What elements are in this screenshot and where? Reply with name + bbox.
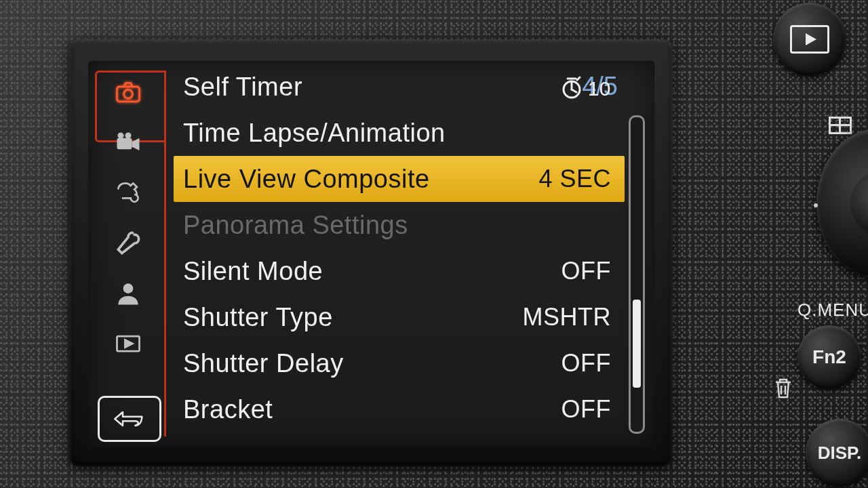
menu-item-label: Panorama Settings — [183, 211, 408, 240]
menu-tabs — [88, 61, 168, 447]
menu-item-label: Live View Composite — [183, 165, 430, 194]
tab-camera[interactable] — [104, 72, 153, 114]
tab-custom[interactable] — [104, 172, 153, 214]
tab-myset[interactable] — [104, 272, 153, 314]
play-icon — [790, 25, 829, 54]
camera-back: 4/5 Self Timer 10 Time Lapse/Animation L… — [0, 0, 868, 488]
svg-point-3 — [117, 132, 123, 138]
menu-item-live-view-composite[interactable]: Live View Composite 4 SEC — [174, 156, 625, 202]
menu-item-time-lapse[interactable]: Time Lapse/Animation — [174, 110, 625, 156]
menu-item-shutter-delay[interactable]: Shutter Delay OFF — [174, 340, 625, 386]
svg-point-4 — [125, 132, 131, 138]
menu-item-silent-mode[interactable]: Silent Mode OFF — [174, 248, 625, 294]
menu-item-bracket[interactable]: Bracket OFF — [174, 386, 625, 432]
scrollbar-thumb[interactable] — [633, 300, 641, 388]
playback-button[interactable] — [773, 3, 846, 76]
menu-item-panorama-settings: Panorama Settings — [174, 202, 625, 248]
menu-item-value: OFF — [561, 257, 611, 285]
menu-item-label: Bracket — [183, 395, 273, 424]
menu-item-shutter-type[interactable]: Shutter Type MSHTR — [174, 294, 625, 340]
svg-rect-2 — [117, 138, 132, 150]
menu-item-value: 10 — [558, 73, 611, 100]
disp-button[interactable]: DISP. — [806, 419, 868, 487]
menu-list: Self Timer 10 Time Lapse/Animation Live … — [174, 64, 625, 445]
grid-icon — [829, 117, 852, 134]
lcd-screen[interactable]: 4/5 Self Timer 10 Time Lapse/Animation L… — [88, 61, 654, 447]
menu-item-value: 4 SEC — [538, 165, 611, 193]
menu-item-value: OFF — [561, 349, 611, 378]
svg-point-1 — [124, 89, 133, 98]
disp-label: DISP. — [818, 443, 862, 464]
scrollbar-track[interactable] — [629, 115, 645, 434]
tab-video[interactable] — [104, 122, 153, 164]
dial-dot — [814, 203, 818, 207]
menu-item-value: OFF — [561, 395, 611, 424]
trash-icon — [773, 377, 793, 403]
menu-item-label: Shutter Delay — [183, 349, 344, 378]
menu-item-value: MSHTR — [523, 303, 612, 331]
qmenu-label: Q.MENU — [797, 300, 868, 321]
tab-setup[interactable] — [104, 222, 153, 264]
menu-item-label: Shutter Type — [183, 303, 333, 332]
svg-point-5 — [123, 283, 134, 293]
tab-playback[interactable] — [104, 323, 153, 365]
back-button[interactable] — [98, 396, 161, 442]
fn2-button[interactable]: Fn2 — [797, 325, 861, 389]
fn2-label: Fn2 — [812, 346, 846, 368]
menu-item-label: Time Lapse/Animation — [183, 119, 446, 148]
menu-item-label: Self Timer — [183, 73, 302, 102]
menu-item-self-timer[interactable]: Self Timer 10 — [174, 64, 625, 110]
self-timer-icon — [558, 73, 585, 100]
menu-item-label: Silent Mode — [183, 257, 323, 286]
